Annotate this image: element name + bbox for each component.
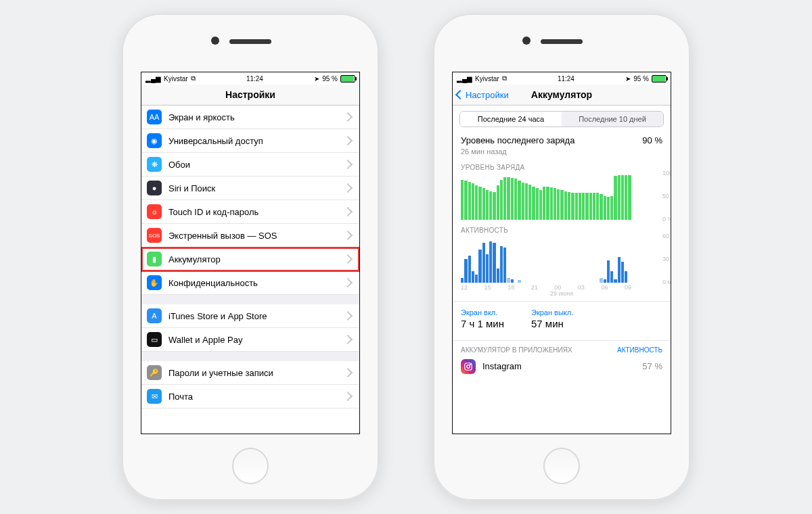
row-icon: ◉ (147, 133, 162, 148)
settings-row[interactable]: 🔑Пароли и учетные записи (141, 352, 359, 385)
row-icon: SOS (147, 228, 162, 243)
speaker-slot (229, 39, 271, 44)
last-charge-block: Уровень последнего заряда 90 % 26 мин на… (453, 133, 671, 157)
chevron-right-icon (343, 368, 353, 377)
page-title: Настройки (225, 89, 275, 100)
row-label: Touch ID и код-пароль (168, 207, 344, 217)
last-charge-label: Уровень последнего заряда (461, 135, 574, 146)
app-pct: 57 % (642, 361, 662, 371)
row-label: Экран и яркость (168, 112, 344, 122)
chevron-right-icon (343, 254, 353, 264)
status-bar: ▂▄▆Kyivstar⧉ 11:24 ➤95 % (453, 72, 671, 85)
row-label: Почта (168, 392, 344, 402)
activity-header: АКТИВНОСТЬ (453, 220, 671, 235)
apps-header: АККУМУЛЯТОР В ПРИЛОЖЕНИЯХ АКТИВНОСТЬ (453, 341, 671, 356)
settings-row[interactable]: ✋Конфиденциальность (141, 271, 359, 295)
ytick: 50 % (662, 193, 671, 200)
chevron-right-icon (343, 112, 353, 122)
settings-row[interactable]: AiTunes Store и App Store (141, 295, 359, 328)
chevron-right-icon (343, 160, 353, 169)
row-icon: A (147, 308, 162, 323)
row-label: Универсальный доступ (168, 136, 344, 146)
svg-point-1 (467, 365, 470, 368)
row-label: Аккумулятор (168, 254, 344, 264)
chevron-right-icon (343, 392, 353, 401)
app-row[interactable]: Instagram 57 % (453, 356, 671, 377)
chevron-left-icon (455, 90, 465, 99)
row-icon: ● (147, 181, 162, 195)
screen-on-label: Экран вкл. (461, 308, 504, 317)
nav-bar: Настройки (141, 85, 359, 106)
settings-row[interactable]: ❋Обои (141, 153, 359, 177)
settings-row[interactable]: AAЭкран и яркость (141, 106, 359, 129)
row-label: Конфиденциальность (168, 278, 344, 288)
back-label: Настройки (466, 90, 509, 100)
location-icon: ➤ (314, 75, 319, 83)
battery-icon (340, 75, 355, 83)
carrier-label: Kyivstar (164, 75, 188, 83)
svg-point-2 (470, 364, 471, 365)
status-time: 11:24 (558, 75, 574, 83)
chevron-right-icon (343, 207, 353, 216)
screen-battery: ▂▄▆Kyivstar⧉ 11:24 ➤95 % Настройки Аккум… (452, 72, 671, 434)
row-label: iTunes Store и App Store (168, 311, 344, 321)
chevron-right-icon (343, 183, 353, 193)
row-icon: ❋ (147, 157, 162, 172)
tab-24h[interactable]: Последние 24 часа (460, 112, 562, 126)
status-time: 11:24 (246, 75, 263, 83)
settings-row[interactable]: ✉Почта (141, 385, 359, 408)
wifi-icon: ⧉ (191, 74, 196, 83)
screen-settings: ▂▄▆Kyivstar⧉ 11:24 ➤95 % Настройки AAЭкр… (141, 72, 360, 434)
settings-row[interactable]: SOSЭкстренный вызов — SOS (141, 224, 359, 248)
screen-off-value: 57 мин (531, 318, 573, 329)
battery-icon (652, 75, 667, 83)
speaker-slot (541, 39, 583, 44)
carrier-label: Kyivstar (475, 75, 499, 83)
signal-icon: ▂▄▆ (457, 75, 472, 83)
charge-chart: 100 % 50 % 0 % (461, 172, 662, 220)
row-icon: ✋ (147, 275, 162, 290)
screen-off-label: Экран выкл. (531, 308, 573, 317)
instagram-icon (461, 359, 476, 374)
chevron-right-icon (343, 311, 353, 321)
nav-bar: Настройки Аккумулятор (453, 85, 671, 106)
row-label: Экстренный вызов — SOS (168, 231, 344, 241)
chevron-right-icon (343, 335, 353, 344)
activity-link[interactable]: АКТИВНОСТЬ (617, 346, 662, 354)
segmented-control[interactable]: Последние 24 часа Последние 10 дней (453, 106, 671, 133)
battery-pct: 95 % (322, 75, 338, 83)
settings-row[interactable]: ▮Аккумулятор (141, 248, 359, 271)
location-icon: ➤ (625, 75, 631, 83)
back-button[interactable]: Настройки (457, 90, 509, 100)
last-charge-value: 90 % (642, 135, 662, 146)
settings-row[interactable]: ⌾Touch ID и код-пароль (141, 200, 359, 224)
settings-list: AAЭкран и яркость◉Универсальный доступ❋О… (141, 106, 359, 408)
phone-right: ▂▄▆Kyivstar⧉ 11:24 ➤95 % Настройки Аккум… (433, 14, 690, 500)
charge-level-header: УРОВЕНЬ ЗАРЯДА (453, 157, 671, 172)
tab-10d[interactable]: Последние 10 дней (562, 112, 663, 126)
chevron-right-icon (343, 136, 353, 145)
row-icon: ▭ (147, 332, 162, 347)
app-name: Instagram (482, 361, 642, 371)
row-label: Пароли и учетные записи (168, 368, 344, 378)
row-icon: ✉ (147, 389, 162, 404)
settings-row[interactable]: ▭Wallet и Apple Pay (141, 328, 359, 352)
wifi-icon: ⧉ (502, 74, 507, 83)
ytick: 0 мин (662, 279, 671, 285)
camera-dot (522, 37, 531, 45)
ytick: 60 мин (662, 233, 671, 239)
row-icon: ⌾ (147, 204, 162, 219)
chevron-right-icon (343, 231, 353, 240)
status-bar: ▂▄▆Kyivstar⧉ 11:24 ➤95 % (141, 72, 359, 85)
usage-row: Экран вкл. 7 ч 1 мин Экран выкл. 57 мин (453, 302, 671, 336)
phone-left: ▂▄▆Kyivstar⧉ 11:24 ➤95 % Настройки AAЭкр… (122, 14, 379, 500)
battery-pct: 95 % (633, 75, 649, 83)
row-icon: ▮ (147, 252, 162, 266)
settings-row[interactable]: ●Siri и Поиск (141, 177, 359, 200)
ytick: 30 мин (662, 256, 671, 262)
ytick: 100 % (662, 170, 671, 177)
settings-row[interactable]: ◉Универсальный доступ (141, 129, 359, 153)
ytick: 0 % (662, 216, 671, 223)
screen-on-value: 7 ч 1 мин (461, 318, 504, 329)
row-icon: AA (147, 110, 162, 124)
